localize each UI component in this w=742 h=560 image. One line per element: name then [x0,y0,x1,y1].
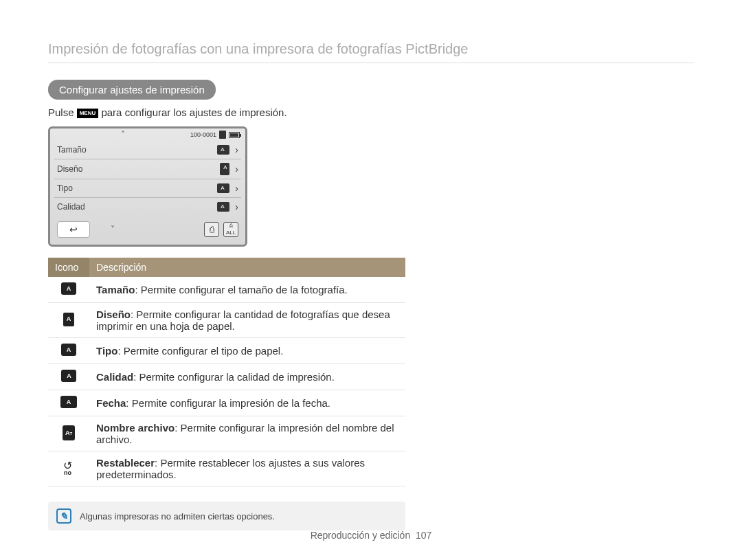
table-row: A Fecha: Permite configurar la impresión… [48,390,405,416]
section-heading: Configurar ajustes de impresión [48,80,216,100]
page-title: Impresión de fotografías con una impreso… [48,41,694,63]
layout-auto-icon [220,163,229,175]
note-box: ✎ Algunas impresoras no admiten ciertas … [48,502,405,530]
chevron-right-icon: › [235,183,238,194]
reset-icon [61,460,76,475]
screen-row-label: Tamaño [57,145,87,155]
camera-screen: ˄ 100-0001 Tamaño › Diseño › Tipo › Cali… [48,126,247,247]
screen-row-label: Diseño [57,164,82,174]
table-row: A Tipo: Permite configurar el tipo de pa… [48,338,405,364]
desc: : Permite configurar la cantidad de foto… [96,309,390,332]
term: Fecha [96,397,126,409]
image-counter: 100-0001 [190,131,216,138]
quality-auto-icon [217,202,229,212]
screen-row[interactable]: Tamaño › [54,141,241,159]
chevron-down-icon: ˅ [111,225,115,234]
card-icon [219,131,226,139]
desc: : Permite configurar la calidad de impre… [133,371,335,383]
term: Tamaño [96,284,135,295]
page-footer: Reproducción y edición 107 [0,530,742,541]
quality-icon: A [61,370,76,382]
intro-prefix: Pulse [48,107,77,118]
screen-row[interactable]: Tipo › [54,179,241,198]
term: Diseño [96,309,131,320]
filename-icon: AT [63,425,75,440]
term: Calidad [96,371,133,383]
intro-suffix: para configurar los ajustes de impresión… [101,107,286,118]
footer-section: Reproducción y edición [311,530,411,541]
table-row: A Tamaño: Permite configurar el tamaño d… [48,277,405,303]
col-desc: Descripción [89,258,405,277]
table-row: AT Nombre archivo: Permite configurar la… [48,416,405,451]
menu-icon: MENU [77,109,99,118]
term: Nombre archivo [96,422,175,434]
battery-icon [229,132,240,138]
type-auto-icon [217,183,229,193]
term: Tipo [96,345,117,357]
chevron-up-icon: ˄ [121,130,125,139]
footer-page-number: 107 [416,530,431,541]
table-row: A Diseño: Permite configurar la cantidad… [48,303,405,338]
back-button[interactable]: ↩ [57,221,90,238]
layout-icon: A [63,313,74,326]
description-table: Icono Descripción A Tamaño: Permite conf… [48,258,405,486]
screen-row[interactable]: Diseño › [54,159,241,179]
chevron-right-icon: › [235,201,238,212]
intro-line: Pulse MENU para configurar los ajustes d… [48,107,694,118]
desc: : Permite configurar el tipo de papel. [117,345,283,357]
date-icon: A [60,396,77,408]
print-icon[interactable]: ⎙ [204,222,219,237]
table-row: Restablecer: Permite restablecer los aju… [48,451,405,486]
chevron-right-icon: › [235,164,238,175]
size-auto-icon [217,145,229,155]
note-icon: ✎ [56,508,71,524]
col-icon: Icono [48,258,89,277]
screen-row-label: Calidad [57,202,85,212]
table-row: A Calidad: Permite configurar la calidad… [48,364,405,390]
screen-row[interactable]: Calidad › [54,198,241,216]
note-text: Algunas impresoras no admiten ciertas op… [80,511,275,522]
print-all-icon[interactable]: ⎙ALL [223,222,238,237]
type-icon: A [61,344,76,356]
desc: : Permite configurar el tamaño de la fot… [135,284,347,295]
screen-row-label: Tipo [57,183,73,193]
size-icon: A [61,282,76,295]
desc: : Permite configurar la impresión de la … [126,397,330,409]
chevron-right-icon: › [235,144,238,155]
term: Restablecer [96,457,155,469]
